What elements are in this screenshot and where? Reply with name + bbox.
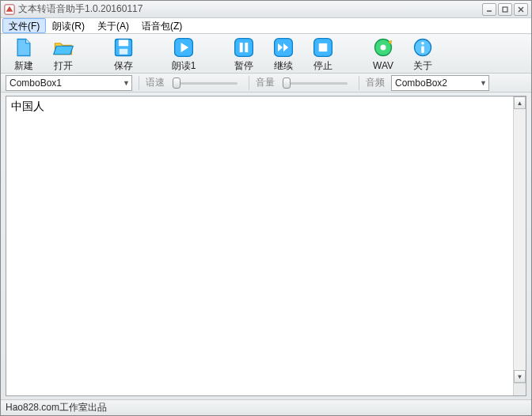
- pause-label: 暂停: [234, 60, 253, 71]
- wav-label: WAV: [373, 60, 393, 71]
- app-icon: [4, 4, 15, 15]
- window-title: 文本转语音助手1.0.20160117: [18, 2, 481, 16]
- open-label: 打开: [54, 60, 73, 71]
- menubar: 文件(F) 朗读(R) 关于(A) 语音包(Z): [1, 18, 531, 34]
- voice-combo-2[interactable]: ComboBox2 ▼: [391, 75, 489, 91]
- disc-icon: [371, 36, 395, 59]
- chevron-down-icon: ▼: [480, 79, 487, 87]
- read1-label: 朗读1: [172, 60, 196, 71]
- stop-label: 停止: [314, 60, 332, 71]
- control-row: ComboBox1 ▼ 语速 音量 音频 ComboBox2 ▼: [1, 74, 531, 93]
- speed-label: 语速: [146, 76, 165, 89]
- svg-rect-2: [503, 7, 507, 12]
- new-button[interactable]: 新建: [6, 35, 42, 72]
- vertical-scrollbar[interactable]: ▲ ▼: [513, 96, 526, 395]
- read1-button[interactable]: 朗读1: [165, 35, 202, 72]
- minimize-icon: [485, 6, 493, 13]
- play-icon: [172, 36, 196, 59]
- maximize-button[interactable]: [498, 3, 512, 16]
- svg-point-18: [421, 42, 424, 45]
- stop-icon: [311, 36, 335, 59]
- scroll-up-button[interactable]: ▲: [514, 96, 526, 109]
- about-button[interactable]: 关于: [405, 35, 441, 72]
- maximize-icon: [501, 6, 509, 13]
- volume-label: 音量: [256, 76, 275, 89]
- toolbar-group-play: 朗读1: [165, 35, 202, 72]
- save-icon: [112, 36, 135, 59]
- toolbar-group-file: 新建 打开: [6, 35, 82, 72]
- pause-icon: [232, 36, 256, 59]
- pause-button[interactable]: 暂停: [226, 35, 262, 72]
- menu-about[interactable]: 关于(A): [91, 18, 135, 33]
- svg-rect-11: [245, 43, 248, 52]
- resume-label: 继续: [274, 60, 293, 71]
- menu-voicepack[interactable]: 语音包(Z): [135, 18, 188, 33]
- folder-open-icon: [51, 36, 75, 59]
- toolbar: 新建 打开: [1, 34, 531, 74]
- text-area-wrap: 中国人 ▲ ▼: [6, 96, 526, 396]
- voice-combo-1[interactable]: ComboBox1 ▼: [6, 75, 132, 91]
- separator: [139, 76, 139, 90]
- stop-button[interactable]: 停止: [305, 35, 341, 72]
- file-icon: [12, 36, 36, 59]
- main-window: 文本转语音助手1.0.20160117 文件(F) 朗读(R) 关于(A) 语音…: [0, 0, 532, 416]
- svg-rect-14: [319, 43, 328, 52]
- speed-slider[interactable]: [171, 77, 242, 89]
- separator: [359, 76, 359, 90]
- new-label: 新建: [14, 60, 33, 71]
- volume-slider[interactable]: [281, 77, 352, 89]
- resume-button[interactable]: 继续: [265, 35, 302, 72]
- svg-rect-7: [120, 49, 128, 55]
- svg-rect-19: [421, 46, 424, 53]
- status-text: Hao828.com工作室出品: [6, 401, 107, 414]
- svg-point-16: [381, 45, 386, 51]
- svg-rect-10: [240, 43, 243, 52]
- text-input[interactable]: 中国人: [6, 96, 513, 395]
- scroll-down-button[interactable]: ▼: [514, 370, 526, 383]
- statusbar: Hao828.com工作室出品: [1, 399, 531, 415]
- close-button[interactable]: [514, 3, 528, 16]
- chevron-down-icon: ▼: [123, 79, 130, 87]
- minimize-button[interactable]: [482, 3, 496, 16]
- close-icon: [517, 6, 525, 13]
- info-icon: [411, 36, 435, 59]
- toolbar-group-control: 暂停 继续 停止: [226, 35, 341, 72]
- wav-button[interactable]: WAV: [365, 35, 401, 72]
- svg-rect-6: [119, 40, 128, 46]
- scroll-corner: [514, 383, 526, 395]
- svg-rect-9: [235, 39, 253, 57]
- toolbar-group-save: 保存: [105, 35, 142, 72]
- freq-label: 音频: [366, 76, 385, 89]
- save-button[interactable]: 保存: [105, 35, 142, 72]
- fast-forward-icon: [272, 36, 295, 59]
- about-label: 关于: [413, 60, 432, 71]
- menu-read[interactable]: 朗读(R): [46, 18, 91, 33]
- titlebar: 文本转语音助手1.0.20160117: [1, 1, 531, 18]
- combo1-value: ComboBox1: [10, 78, 62, 89]
- save-label: 保存: [114, 60, 133, 71]
- menu-file[interactable]: 文件(F): [2, 18, 46, 33]
- separator: [249, 76, 249, 90]
- open-button[interactable]: 打开: [45, 35, 82, 72]
- combo2-value: ComboBox2: [395, 78, 447, 89]
- toolbar-group-misc: WAV 关于: [365, 35, 441, 72]
